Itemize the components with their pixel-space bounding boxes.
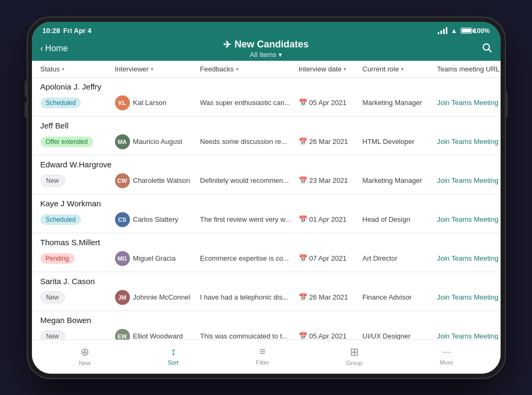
candidate-name: Jeff Bell xyxy=(32,117,501,132)
col-header-interviewer[interactable]: Interviewer ▾ xyxy=(115,65,200,73)
feedback-cell: Needs some discussion re... xyxy=(200,138,299,146)
interview-date: 01 Apr 2021 xyxy=(309,215,347,223)
search-button[interactable] xyxy=(481,42,492,55)
calendar-icon: 📅 xyxy=(299,332,307,340)
teams-meeting-link[interactable]: Join Teams Meeting xyxy=(437,215,501,223)
wifi-icon: ▲ xyxy=(451,27,457,35)
interviewer-name: Miguel Gracia xyxy=(133,254,176,262)
status-badge: New xyxy=(40,330,65,340)
status-badge: New xyxy=(40,175,65,187)
group-icon: ⊞ xyxy=(350,345,359,358)
toolbar-sort[interactable]: ↕ Sort xyxy=(168,345,178,366)
interviewer-name: Mauricio August xyxy=(133,138,183,146)
table-row[interactable]: Edward W.HargroveNewCWCharolette WatsonD… xyxy=(32,156,501,194)
col-header-current-role[interactable]: Current role ▾ xyxy=(363,65,437,73)
interviewer-sort-icon: ▾ xyxy=(151,66,153,72)
signal-icon xyxy=(438,27,447,34)
teams-meeting-link[interactable]: Join Teams Meeting xyxy=(437,332,501,340)
calendar-icon: 📅 xyxy=(299,176,307,184)
status-badge: Scheduled xyxy=(40,98,81,108)
toolbar-new[interactable]: ⊕ New xyxy=(79,345,91,366)
bottom-toolbar: ⊕ New ↕ Sort ≡ Filter ⊞ Group ··· More xyxy=(32,340,501,374)
back-button[interactable]: ‹ Home xyxy=(40,44,68,53)
role-sort-icon: ▾ xyxy=(401,66,404,72)
role-cell: Head of Design xyxy=(363,215,437,223)
feedback-cell: The first review went very w... xyxy=(200,215,299,223)
calendar-icon: 📅 xyxy=(299,293,307,301)
sort-icon: ↕ xyxy=(170,345,176,358)
interview-date: 26 Mar 2021 xyxy=(309,293,348,301)
table-row[interactable]: Kaye J WorkmanScheduledCSCarlos Slattery… xyxy=(32,195,501,232)
table-row[interactable]: Megan BowenNewEWElliot WoodwardThis was … xyxy=(32,311,501,340)
teams-meeting-link[interactable]: Join Teams Meeting xyxy=(437,293,501,301)
role-cell: HTML Developer xyxy=(363,138,437,146)
avatar: MG xyxy=(115,251,130,266)
date-sort-icon: ▾ xyxy=(343,66,346,72)
toolbar-group[interactable]: ⊞ Group xyxy=(346,345,363,366)
teams-meeting-link[interactable]: Join Teams Meeting xyxy=(437,138,501,146)
interviewer-cell: CWCharolette Watson xyxy=(115,173,200,188)
calendar-icon: 📅 xyxy=(299,254,307,262)
col-header-status[interactable]: Status ▾ xyxy=(40,65,115,73)
nav-subtitle[interactable]: All Items ▾ xyxy=(223,51,308,59)
teams-meeting-link[interactable]: Join Teams Meeting xyxy=(437,176,501,184)
feedbacks-sort-icon: ▾ xyxy=(236,66,239,72)
toolbar-filter[interactable]: ≡ Filter xyxy=(256,345,269,366)
svg-line-1 xyxy=(488,49,491,52)
date-cell: 📅05 Apr 2021 xyxy=(299,99,363,107)
status-badge: Scheduled xyxy=(40,214,81,225)
table-row[interactable]: Jeff BellOffer extendedMAMauricio August… xyxy=(32,117,501,155)
interviewer-cell: MGMiguel Gracia xyxy=(115,251,200,266)
avatar: CS xyxy=(115,212,130,227)
calendar-icon: 📅 xyxy=(299,138,307,146)
date-cell: 📅07 Apr 2021 xyxy=(299,254,363,262)
new-icon: ⊕ xyxy=(80,345,89,358)
interview-date: 05 Apr 2021 xyxy=(309,332,347,340)
candidate-name: Sarita J. Cason xyxy=(32,272,501,288)
status-left: 10:28 Fri Apr 4 xyxy=(43,27,92,35)
table-row[interactable]: Apolonia J. JeffryScheduledKLKat LarsonW… xyxy=(32,78,501,116)
status-bar: 10:28 Fri Apr 4 ▲ 100% xyxy=(32,22,501,40)
interview-date: 07 Apr 2021 xyxy=(309,254,347,262)
col-header-teams-url[interactable]: Teams meeting URL ▾ xyxy=(437,65,501,73)
avatar: KL xyxy=(115,95,130,110)
nav-center: ✈ New Candidates All Items ▾ xyxy=(223,39,308,59)
interviewer-cell: EWElliot Woodward xyxy=(115,329,200,340)
status-badge: Offer extended xyxy=(40,136,93,147)
battery-indicator: 100% xyxy=(461,27,490,35)
interview-date: 26 Mar 2021 xyxy=(309,138,348,146)
calendar-icon: 📅 xyxy=(299,99,307,107)
role-cell: Finance Advisor xyxy=(363,293,437,301)
interviewer-name: Kat Larson xyxy=(133,99,167,107)
table-row[interactable]: Sarita J. CasonNewJMJohnnie McConnelI ha… xyxy=(32,272,501,310)
feedback-cell: This was commuicated to t... xyxy=(200,332,299,340)
role-cell: UI/UX Designer xyxy=(363,332,437,340)
col-header-interview-date[interactable]: Interview date ▾ xyxy=(299,65,363,73)
feedback-cell: Ecommerce expertise is co... xyxy=(200,254,299,262)
status-badge: New xyxy=(40,292,65,303)
avatar: EW xyxy=(115,329,130,340)
teams-meeting-link[interactable]: Join Teams Meeting xyxy=(437,99,501,107)
more-icon: ··· xyxy=(442,345,451,358)
table-row[interactable]: Thomas S.MillertPendingMGMiguel GraciaEc… xyxy=(32,233,501,271)
status-right: ▲ 100% xyxy=(438,27,490,35)
time: 10:28 xyxy=(43,27,60,35)
date-cell: 📅05 Apr 2021 xyxy=(299,332,363,340)
interviewer-name: Elliot Woodward xyxy=(133,332,183,340)
status-sort-icon: ▾ xyxy=(62,66,64,72)
date-cell: 📅26 Mar 2021 xyxy=(299,138,363,146)
feedback-cell: Was super enthusiastic can... xyxy=(200,99,299,107)
date-cell: 📅26 Mar 2021 xyxy=(299,293,363,301)
col-header-feedbacks[interactable]: Feedbacks ▾ xyxy=(200,65,299,73)
battery-percent: 100% xyxy=(473,27,490,35)
interviewer-name: Johnnie McConnel xyxy=(133,293,191,301)
calendar-icon: 📅 xyxy=(299,215,307,223)
page-title: ✈ New Candidates xyxy=(223,39,308,51)
status-badge: Pending xyxy=(40,253,75,264)
role-cell: Art Director xyxy=(363,254,437,262)
title-icon: ✈ xyxy=(223,39,231,51)
toolbar-more[interactable]: ··· More xyxy=(440,345,453,366)
feedback-cell: Definitely would recommen... xyxy=(200,176,299,184)
candidates-table: Apolonia J. JeffryScheduledKLKat LarsonW… xyxy=(32,78,501,340)
teams-meeting-link[interactable]: Join Teams Meeting xyxy=(437,254,501,262)
